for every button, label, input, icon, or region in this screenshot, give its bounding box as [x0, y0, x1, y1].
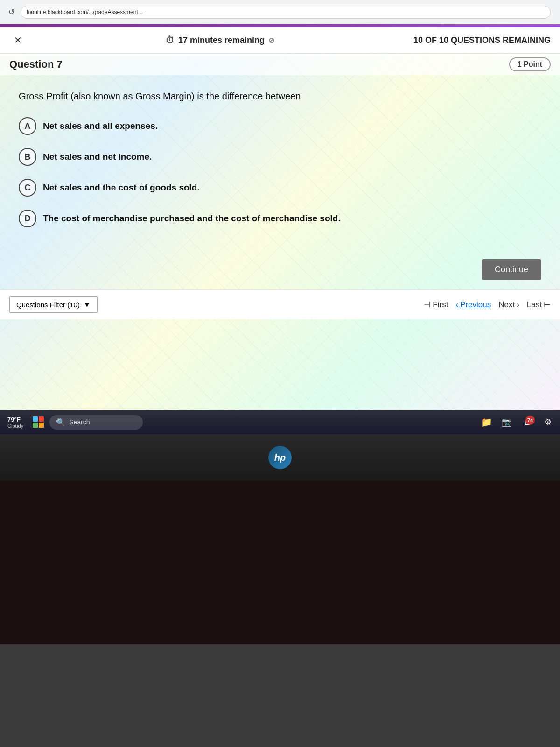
settings-icon[interactable]: ⚙ [539, 414, 556, 430]
option-circle-a: A [19, 117, 36, 135]
previous-chevron-icon: ‹ [455, 300, 458, 310]
timer-area: ⏱ 17 minutes remaining ⊘ [165, 35, 274, 46]
weather-desc: Cloudy [7, 423, 23, 429]
next-chevron-icon: › [517, 300, 519, 310]
continue-button[interactable]: Continue [482, 259, 541, 280]
option-text-d: The cost of merchandise purchased and th… [43, 210, 341, 225]
search-icon: 🔍 [56, 418, 65, 427]
notification-badge: 74 [525, 416, 535, 425]
timer-label: 17 minutes remaining [178, 35, 265, 45]
weather-temp: 79°F [7, 416, 21, 423]
quiz-header: ✕ ⏱ 17 minutes remaining ⊘ 10 OF 10 QUES… [0, 27, 560, 54]
previous-button[interactable]: ‹ Previous [455, 300, 491, 310]
quiz-container: ✕ ⏱ 17 minutes remaining ⊘ 10 OF 10 QUES… [0, 27, 560, 410]
weather-area: 79°F Cloudy [4, 416, 27, 429]
next-button[interactable]: Next › [498, 300, 519, 310]
previous-label: Previous [460, 300, 491, 310]
windows-logo-icon [33, 416, 44, 428]
first-label: First [433, 300, 448, 310]
question-label-bar: Question 7 1 Point [0, 54, 560, 75]
first-icon: ⊣ [424, 300, 431, 310]
refresh-icon[interactable]: ↺ [6, 7, 17, 18]
questions-filter-button[interactable]: Questions Filter (10) ▼ [9, 296, 98, 313]
option-text-a: Net sales and all expenses. [43, 117, 158, 133]
start-button[interactable] [29, 413, 48, 431]
hp-logo: hp [268, 446, 292, 469]
close-button[interactable]: ✕ [9, 32, 26, 49]
apps-icon-wrapper: ⊞ 74 [519, 414, 536, 430]
laptop-body [0, 481, 560, 644]
next-label: Next [498, 300, 515, 310]
dropdown-arrow-icon: ▼ [84, 301, 91, 309]
option-text-b: Net sales and net income. [43, 148, 152, 163]
question-label: Question 7 [9, 58, 63, 70]
answer-option-d[interactable]: D The cost of merchandise purchased and … [19, 210, 541, 227]
last-icon: ⊢ [544, 300, 551, 310]
last-button[interactable]: Last ⊢ [527, 300, 551, 310]
last-label: Last [527, 300, 542, 310]
filter-label: Questions Filter (10) [16, 301, 80, 309]
laptop-bezel: hp [0, 434, 560, 481]
answer-option-b[interactable]: B Net sales and net income. [19, 148, 541, 166]
timer-icon: ⏱ [165, 35, 175, 46]
search-label: Search [69, 418, 90, 426]
browser-chrome: ↺ luonline.blackboard.com/...gradeAssess… [0, 0, 560, 24]
question-text: Gross Profit (also known as Gross Margin… [19, 89, 541, 103]
questions-remaining: 10 OF 10 QUESTIONS REMAINING [413, 35, 551, 45]
pause-icon[interactable]: ⊘ [268, 36, 274, 45]
first-button[interactable]: ⊣ First [424, 300, 448, 310]
taskbar: 79°F Cloudy 🔍 Search 📁 📷 [0, 410, 560, 434]
url-text: luonline.blackboard.com/...gradeAssessme… [27, 9, 143, 15]
taskbar-icons: 📁 📷 ⊞ 74 ⚙ [478, 414, 556, 430]
question-content: Gross Profit (also known as Gross Margin… [0, 75, 560, 254]
continue-button-area: Continue [0, 254, 560, 289]
point-badge: 1 Point [509, 57, 551, 71]
option-circle-b: B [19, 148, 36, 166]
answer-option-c[interactable]: C Net sales and the cost of goods sold. [19, 179, 541, 197]
file-explorer-icon[interactable]: 📁 [478, 414, 495, 430]
answer-option-a[interactable]: A Net sales and all expenses. [19, 117, 541, 135]
address-bar[interactable]: luonline.blackboard.com/...gradeAssessme… [21, 6, 551, 19]
camera-icon[interactable]: 📷 [498, 414, 515, 430]
option-circle-c: C [19, 179, 36, 197]
option-circle-d: D [19, 210, 36, 227]
nav-controls: ⊣ First ‹ Previous Next › Last ⊢ [424, 300, 551, 310]
taskbar-search[interactable]: 🔍 Search [49, 415, 143, 430]
navigation-bar: Questions Filter (10) ▼ ⊣ First ‹ Previo… [0, 289, 560, 319]
option-text-c: Net sales and the cost of goods sold. [43, 179, 200, 194]
